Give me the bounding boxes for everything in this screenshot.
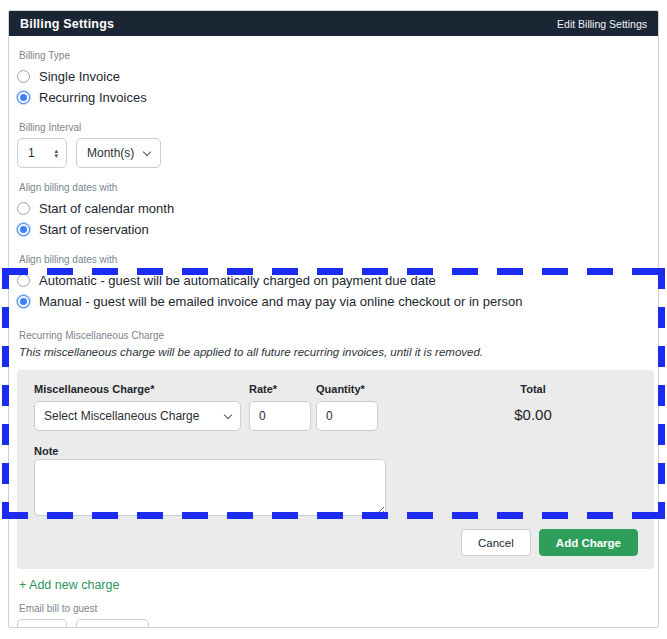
email-days-stepper[interactable]: 3 ▴▾ — [17, 619, 67, 628]
radio-icon — [17, 70, 30, 83]
billing-interval-row: 1 ▴▾ Month(s) — [17, 138, 650, 168]
radio-single-invoice[interactable]: Single Invoice — [17, 66, 650, 87]
page-title: Billing Settings — [20, 17, 114, 31]
recurring-charge-panel: Miscellaneous Charge* Select Miscellaneo… — [17, 370, 654, 569]
billing-type-label: Billing Type — [19, 50, 650, 61]
add-charge-button[interactable]: Add Charge — [539, 529, 638, 556]
billing-interval-stepper[interactable]: 1 ▴▾ — [17, 138, 67, 168]
note-textarea[interactable] — [34, 459, 386, 516]
billing-interval-unit-select[interactable]: Month(s) — [76, 138, 161, 168]
card-body: Billing Type Single Invoice Recurring In… — [9, 50, 658, 628]
rate-input[interactable] — [249, 401, 311, 431]
rate-label: Rate* — [249, 383, 311, 395]
radio-selected-icon — [17, 295, 30, 308]
radio-icon — [17, 202, 30, 215]
radio-label: Recurring Invoices — [39, 90, 147, 105]
radio-label: Single Invoice — [39, 69, 120, 84]
total-value: $0.00 — [514, 406, 552, 423]
misc-charge-select[interactable]: Select Miscellaneous Charge — [34, 401, 241, 431]
card-header: Billing Settings Edit Billing Settings — [9, 11, 658, 36]
cancel-charge-button[interactable]: Cancel — [461, 529, 531, 556]
radio-start-calendar-month[interactable]: Start of calendar month — [17, 198, 650, 219]
stepper-value: 1 — [28, 146, 35, 160]
misc-charge-label: Miscellaneous Charge* — [34, 383, 241, 395]
align-dates-label: Align billing dates with — [19, 182, 650, 193]
panel-actions: Cancel Add Charge — [34, 529, 638, 556]
rate-field: Rate* — [249, 383, 311, 431]
radio-label: Manual - guest will be emailed invoice a… — [39, 294, 522, 309]
radio-label: Automatic - guest will be automatically … — [39, 273, 436, 288]
quantity-field: Quantity* — [316, 383, 378, 431]
recurring-charge-label: Recurring Miscellaneous Charge — [19, 330, 650, 341]
radio-selected-icon — [17, 223, 30, 236]
radio-icon — [17, 274, 30, 287]
email-bill-suffix: before due date — [160, 627, 248, 628]
radio-automatic-charge[interactable]: Automatic - guest will be automatically … — [17, 270, 650, 291]
add-new-charge-link[interactable]: + Add new charge — [19, 578, 119, 592]
select-value: Day(s) — [87, 627, 122, 628]
stepper-arrows-icon[interactable]: ▴▾ — [54, 148, 58, 158]
radio-label: Start of calendar month — [39, 201, 174, 216]
billing-settings-page: Billing Settings Edit Billing Settings B… — [0, 0, 667, 639]
chevron-down-icon — [224, 410, 232, 418]
edit-billing-settings-link[interactable]: Edit Billing Settings — [557, 18, 647, 30]
billing-settings-card: Billing Settings Edit Billing Settings B… — [8, 10, 659, 628]
select-value: Select Miscellaneous Charge — [44, 409, 199, 423]
quantity-label: Quantity* — [316, 383, 378, 395]
quantity-input[interactable] — [316, 401, 378, 431]
stepper-value: 3 — [28, 627, 35, 628]
radio-selected-icon — [17, 91, 30, 104]
misc-charge-field: Miscellaneous Charge* Select Miscellaneo… — [34, 383, 241, 431]
select-value: Month(s) — [87, 146, 134, 160]
email-bill-label: Email bill to guest — [19, 603, 650, 614]
note-label: Note — [34, 445, 58, 457]
charge-form-row: Miscellaneous Charge* Select Miscellaneo… — [34, 383, 638, 431]
radio-recurring-invoices[interactable]: Recurring Invoices — [17, 87, 650, 108]
radio-manual-charge[interactable]: Manual - guest will be emailed invoice a… — [17, 291, 650, 312]
total-label: Total — [520, 383, 545, 395]
dashed-border-right — [658, 268, 665, 519]
recurring-charge-description: This miscellaneous charge will be applie… — [19, 346, 650, 358]
charge-timing-label: Align billing dates with — [19, 254, 650, 265]
email-unit-select[interactable]: Day(s) — [76, 619, 149, 628]
total-field: Total $0.00 — [458, 383, 608, 423]
note-field: Note — [34, 441, 638, 516]
radio-start-reservation[interactable]: Start of reservation — [17, 219, 650, 240]
email-bill-row: 3 ▴▾ Day(s) before due date — [17, 619, 650, 628]
billing-interval-label: Billing Interval — [19, 122, 650, 133]
chevron-down-icon — [143, 147, 151, 155]
radio-label: Start of reservation — [39, 222, 149, 237]
